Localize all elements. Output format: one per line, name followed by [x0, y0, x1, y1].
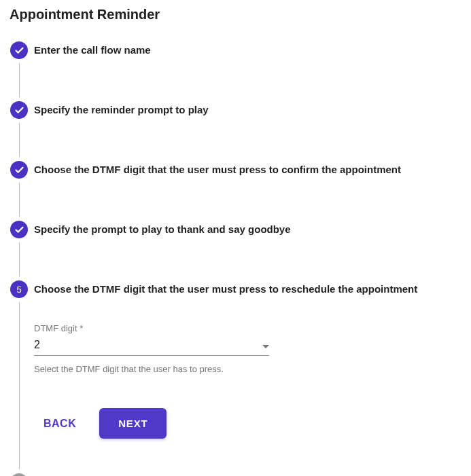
dtmf-field-hint: Select the DTMF digit that the user has …: [34, 364, 461, 374]
step-1-label[interactable]: Enter the call flow name: [34, 43, 461, 57]
step-3-indicator[interactable]: [10, 161, 28, 179]
step-5: 5 Choose the DTMF digit that the user mu…: [10, 280, 461, 473]
dtmf-select[interactable]: 2: [34, 339, 269, 356]
next-button[interactable]: NEXT: [99, 408, 167, 439]
check-icon: [14, 225, 24, 235]
page-title: Appointment Reminder: [10, 7, 461, 22]
step-5-indicator: 5: [10, 280, 28, 298]
step-2: Specify the reminder prompt to play: [10, 101, 461, 161]
check-icon: [14, 165, 24, 175]
check-icon: [14, 45, 24, 56]
step-3-label[interactable]: Choose the DTMF digit that the user must…: [34, 162, 461, 177]
step-5-content: DTMF digit * 2 Select the DTMF digit tha…: [34, 323, 461, 439]
step-5-label: Choose the DTMF digit that the user must…: [34, 282, 461, 296]
check-icon: [14, 105, 24, 115]
step-3: Choose the DTMF digit that the user must…: [10, 161, 461, 221]
stepper: Enter the call flow name Specify the rem…: [10, 41, 461, 476]
dtmf-select-value: 2: [34, 339, 40, 351]
step-4-label[interactable]: Specify the prompt to play to thank and …: [34, 222, 461, 236]
back-button[interactable]: BACK: [43, 418, 76, 430]
step-2-indicator[interactable]: [10, 101, 28, 119]
step-4: Specify the prompt to play to thank and …: [10, 221, 461, 280]
step-6-indicator: 6: [10, 473, 28, 476]
step-1: Enter the call flow name: [10, 41, 461, 101]
step-1-indicator[interactable]: [10, 41, 28, 59]
step-4-indicator[interactable]: [10, 221, 28, 238]
step-2-label[interactable]: Specify the reminder prompt to play: [34, 103, 461, 117]
chevron-down-icon: [262, 339, 269, 351]
dtmf-field-label: DTMF digit *: [34, 323, 461, 333]
step-6: 6 Specify the transfer destination to re…: [10, 473, 461, 476]
